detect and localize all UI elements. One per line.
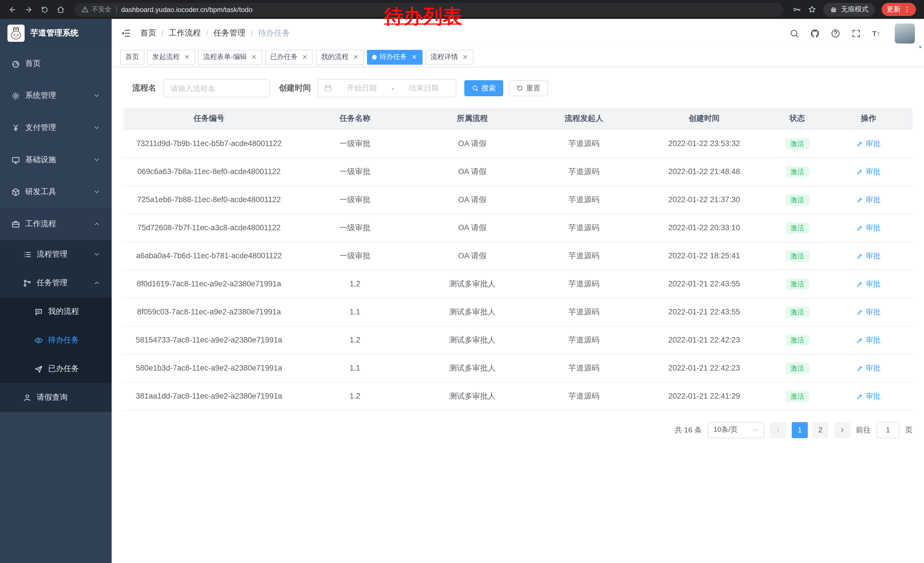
help-icon[interactable] bbox=[831, 29, 840, 38]
sidebar-item[interactable]: 请假查询 bbox=[0, 383, 112, 412]
status-cell: 激活 bbox=[770, 326, 824, 354]
tab-tag[interactable]: 发起流程 bbox=[147, 50, 195, 65]
approve-label: 审批 bbox=[866, 335, 880, 345]
sidebar-item[interactable]: 任务管理 bbox=[0, 269, 112, 297]
github-icon[interactable] bbox=[810, 29, 820, 38]
goto-page-input[interactable] bbox=[876, 422, 899, 438]
sidebar-item-label: 研发工具 bbox=[25, 187, 56, 197]
close-icon[interactable] bbox=[302, 54, 308, 60]
pagination: 共 16 条 10条/页 1 2 前往 bbox=[123, 422, 912, 438]
user-menu[interactable] bbox=[895, 23, 915, 43]
task-id-cell: 381aa1dd-7ac8-11ec-a9e2-a2380e71991a bbox=[123, 382, 295, 410]
sidebar-item[interactable]: 支付管理 bbox=[0, 112, 112, 144]
created-time-cell: 2022-01-22 21:37:30 bbox=[638, 186, 770, 214]
search-icon[interactable] bbox=[789, 29, 799, 38]
tab-tag[interactable]: 首页 bbox=[120, 50, 144, 65]
tab-tag[interactable]: 我的流程 bbox=[316, 50, 364, 65]
initiator-cell: 芋道源码 bbox=[530, 214, 638, 242]
table-body: 73211d9d-7b9b-11ec-b5b7-acde48001122 一级审… bbox=[123, 129, 912, 410]
sidebar-item[interactable]: 系统管理 bbox=[0, 80, 112, 112]
password-key-icon[interactable] bbox=[792, 5, 801, 14]
sidebar-item[interactable]: 流程管理 bbox=[0, 240, 112, 269]
sidebar-item[interactable]: 基础设施 bbox=[0, 144, 112, 176]
initiator-cell: 芋道源码 bbox=[530, 298, 638, 326]
approve-link[interactable]: 审批 bbox=[856, 363, 880, 373]
tab-tag[interactable]: 待办任务 bbox=[367, 50, 423, 65]
approve-link[interactable]: 审批 bbox=[856, 279, 880, 289]
avatar[interactable] bbox=[895, 23, 915, 43]
security-chip[interactable]: 不安全 bbox=[81, 5, 111, 14]
action-cell: 审批 bbox=[824, 186, 912, 214]
fullscreen-icon[interactable] bbox=[851, 29, 861, 38]
approve-link[interactable]: 审批 bbox=[856, 335, 880, 345]
chevron-icon bbox=[93, 92, 100, 99]
approve-link[interactable]: 审批 bbox=[856, 194, 880, 205]
next-page-button[interactable] bbox=[834, 422, 850, 438]
forward-button[interactable] bbox=[22, 3, 36, 17]
sidebar-item[interactable]: 待办任务 bbox=[0, 326, 112, 354]
edit-icon bbox=[856, 280, 863, 287]
table-row: 580e1b3d-7ac8-11ec-a9e2-a2380e71991a 1.1… bbox=[123, 354, 912, 382]
sidebar-fold-icon[interactable] bbox=[121, 28, 131, 38]
created-time-cell: 2022-01-21 22:43:55 bbox=[638, 270, 770, 298]
bookmark-star-icon[interactable] bbox=[808, 5, 816, 14]
status-cell: 激活 bbox=[770, 242, 824, 270]
app-logo[interactable]: 芋道管理系统 bbox=[0, 19, 112, 48]
tab-tag[interactable]: 已办任务 bbox=[265, 50, 313, 65]
breadcrumb-item[interactable]: / 待办任务 bbox=[246, 28, 290, 38]
create-time-range-picker[interactable]: 开始日期 - 结束日期 bbox=[318, 79, 456, 98]
page-button[interactable]: 1 bbox=[792, 422, 808, 438]
action-cell: 审批 bbox=[824, 158, 912, 186]
approve-link[interactable]: 审批 bbox=[856, 167, 880, 177]
close-icon[interactable] bbox=[251, 54, 257, 60]
reset-button[interactable]: 重置 bbox=[509, 80, 548, 96]
close-icon[interactable] bbox=[184, 54, 190, 60]
approve-label: 审批 bbox=[866, 279, 880, 289]
approve-link[interactable]: 审批 bbox=[856, 391, 880, 401]
logo-image bbox=[8, 25, 25, 42]
prev-page-button[interactable] bbox=[770, 422, 786, 438]
back-button[interactable] bbox=[6, 3, 20, 17]
sidebar-item-label: 首页 bbox=[25, 59, 40, 69]
approve-link[interactable]: 审批 bbox=[856, 222, 880, 233]
close-icon[interactable] bbox=[352, 54, 359, 60]
action-cell: 审批 bbox=[824, 326, 912, 354]
close-icon[interactable] bbox=[462, 54, 468, 60]
home-button[interactable] bbox=[54, 3, 68, 17]
browser-update-button[interactable]: 更新 bbox=[882, 3, 916, 16]
sidebar-item[interactable]: 工作流程 bbox=[0, 208, 112, 240]
search-icon bbox=[472, 85, 478, 92]
approve-link[interactable]: 审批 bbox=[856, 307, 880, 317]
caret-down-icon bbox=[917, 44, 923, 50]
breadcrumb-item[interactable]: / 工作流程 bbox=[156, 28, 201, 38]
tag-label: 首页 bbox=[125, 52, 139, 62]
sidebar-item-label: 基础设施 bbox=[25, 155, 56, 165]
incognito-label: 无痕模式 bbox=[841, 5, 868, 14]
task-id-cell: 73211d9d-7b9b-11ec-b5b7-acde48001122 bbox=[123, 129, 295, 158]
sidebar-item[interactable]: 我的流程 bbox=[0, 297, 112, 326]
table-header: 任务编号 任务名称 所属流程 流程发起人 创建时间 状态 bbox=[123, 108, 912, 129]
search-button[interactable]: 搜索 bbox=[464, 80, 503, 96]
close-icon[interactable] bbox=[411, 54, 417, 60]
reload-button[interactable] bbox=[38, 3, 51, 17]
column-header: 操作 bbox=[824, 108, 912, 129]
tab-tag[interactable]: 流程表单-编辑 bbox=[198, 50, 262, 65]
task-id-cell: 725a1eb6-7b88-11ec-8ef0-acde48001122 bbox=[123, 186, 295, 214]
page-button[interactable]: 2 bbox=[812, 422, 828, 438]
status-badge: 激活 bbox=[785, 250, 809, 261]
initiator-cell: 芋道源码 bbox=[530, 326, 638, 354]
tab-tag[interactable]: 流程详情 bbox=[425, 50, 474, 65]
breadcrumb-item[interactable]: 首页 bbox=[140, 28, 156, 38]
initiator-cell: 芋道源码 bbox=[530, 129, 638, 158]
sidebar-item[interactable]: 已办任务 bbox=[0, 354, 112, 383]
breadcrumb-item[interactable]: / 任务管理 bbox=[201, 28, 246, 38]
approve-link[interactable]: 审批 bbox=[856, 251, 880, 261]
approve-link[interactable]: 审批 bbox=[856, 138, 880, 149]
sidebar-item[interactable]: 首页 bbox=[0, 48, 112, 80]
send-icon bbox=[34, 365, 43, 373]
process-name-input[interactable] bbox=[163, 79, 270, 98]
page-size-select[interactable]: 10条/页 bbox=[708, 422, 764, 438]
font-size-icon[interactable]: TT bbox=[872, 29, 882, 38]
breadcrumb-label: 待办任务 bbox=[258, 28, 290, 38]
sidebar-item[interactable]: 研发工具 bbox=[0, 176, 112, 208]
